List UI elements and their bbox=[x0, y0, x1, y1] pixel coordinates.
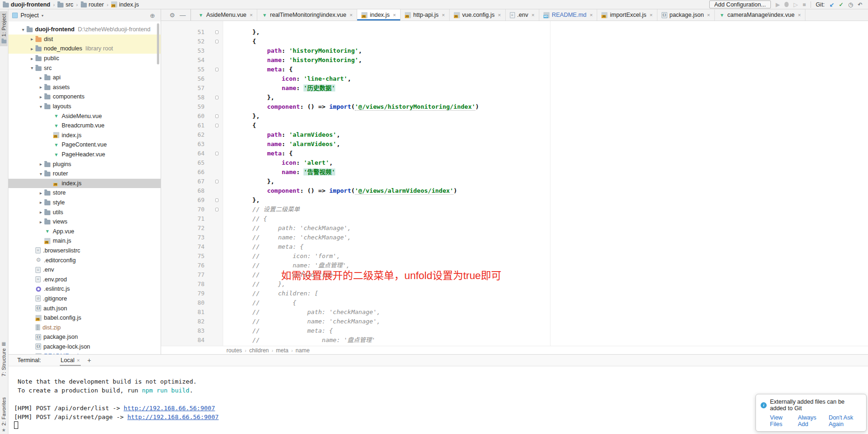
locate-file-icon[interactable]: ⊕ bbox=[148, 12, 157, 19]
gear-icon[interactable]: ⚙ bbox=[169, 12, 175, 19]
tree-chevron-icon[interactable]: ▸ bbox=[28, 36, 35, 42]
tree-item-api[interactable]: ▸api bbox=[8, 73, 161, 83]
tree-item-dist-zip[interactable]: dist.zip bbox=[8, 322, 161, 332]
editor-tab-readme-md[interactable]: README.md× bbox=[539, 9, 598, 21]
line-number[interactable]: 80 bbox=[198, 298, 212, 308]
tree-item-package-lock-json[interactable]: {}package-lock.json bbox=[8, 342, 161, 352]
line-number[interactable]: 82 bbox=[198, 317, 212, 326]
close-icon[interactable]: × bbox=[442, 12, 445, 18]
tree-item-index-js[interactable]: index.js bbox=[8, 131, 161, 140]
tree-chevron-icon[interactable]: ▾ bbox=[37, 104, 44, 109]
line-number[interactable]: 77 bbox=[198, 270, 212, 280]
tree-chevron-icon[interactable]: ▸ bbox=[37, 219, 44, 224]
line-number[interactable]: 63 bbox=[198, 140, 212, 149]
line-number[interactable]: 73 bbox=[198, 233, 212, 242]
line-number[interactable]: 67 bbox=[198, 177, 212, 186]
line-number[interactable]: 69 bbox=[198, 196, 212, 205]
tree-item-views[interactable]: ▸views bbox=[8, 217, 161, 227]
editor-tab--env[interactable]: ≡.env× bbox=[506, 9, 539, 21]
terminal-link[interactable]: http://192.168.66.56:9007 bbox=[124, 405, 215, 412]
tree-chevron-icon[interactable]: ▸ bbox=[28, 56, 35, 61]
chevron-down-icon[interactable]: ▾ bbox=[42, 14, 43, 18]
editor-tab-vue-config-js[interactable]: vue.config.js× bbox=[450, 9, 506, 21]
editor-breadcrumb-item[interactable]: meta bbox=[276, 347, 289, 354]
tree-item--browserslistrc[interactable]: ≡.browserslistrc bbox=[8, 246, 161, 256]
line-number[interactable]: 64 bbox=[198, 149, 212, 158]
terminal-tab-local[interactable]: Local × bbox=[60, 355, 81, 366]
tree-item-plugins[interactable]: ▸plugins bbox=[8, 159, 161, 169]
line-number[interactable]: 81 bbox=[198, 308, 212, 317]
hide-panel-icon[interactable]: — bbox=[180, 12, 186, 19]
new-terminal-session-icon[interactable]: + bbox=[87, 357, 91, 364]
tree-chevron-icon[interactable]: ▸ bbox=[37, 200, 44, 205]
tree-item-dist[interactable]: ▸dist bbox=[8, 35, 161, 44]
close-icon[interactable]: × bbox=[590, 12, 593, 18]
tree-chevron-icon[interactable]: ▸ bbox=[28, 46, 35, 51]
editor-breadcrumb-item[interactable]: children bbox=[249, 347, 269, 354]
line-number[interactable]: 58 bbox=[198, 93, 212, 102]
editor-tab-index-js[interactable]: index.js× bbox=[357, 9, 401, 21]
close-icon[interactable]: × bbox=[498, 12, 501, 18]
close-icon[interactable]: × bbox=[649, 12, 652, 18]
notification-action-always-add[interactable]: Always Add bbox=[798, 414, 822, 427]
tree-item--editorconfig[interactable]: ⚙.editorconfig bbox=[8, 255, 161, 265]
terminal-link[interactable]: http://192.168.66.56:9007 bbox=[127, 413, 219, 420]
editor-breadcrumb-item[interactable]: routes bbox=[226, 347, 242, 354]
line-number[interactable]: 83 bbox=[198, 326, 212, 336]
fold-marker-icon[interactable] bbox=[215, 180, 219, 183]
breadcrumb-item[interactable]: duoji-frontend bbox=[3, 1, 50, 8]
tree-chevron-icon[interactable]: ▸ bbox=[37, 84, 44, 90]
tree-item-style[interactable]: ▸style bbox=[8, 198, 161, 208]
tool-window-button-favorites[interactable]: 2: Favorites ★ bbox=[0, 395, 7, 434]
tree-item--env-prod[interactable]: ≡.env.prod bbox=[8, 274, 161, 284]
tree-chevron-icon[interactable]: ▸ bbox=[37, 75, 44, 80]
close-icon[interactable]: × bbox=[531, 12, 534, 18]
close-icon[interactable]: × bbox=[77, 357, 80, 363]
notification-action-view-files[interactable]: View Files bbox=[770, 414, 791, 427]
line-number[interactable]: 55 bbox=[198, 65, 212, 74]
close-icon[interactable]: × bbox=[250, 12, 253, 18]
line-number[interactable]: 53 bbox=[198, 46, 212, 56]
fold-marker-icon[interactable] bbox=[215, 30, 219, 34]
line-number[interactable]: 84 bbox=[198, 336, 212, 345]
line-number[interactable]: 71 bbox=[198, 214, 212, 224]
fold-marker-icon[interactable] bbox=[215, 152, 219, 155]
tree-item-src[interactable]: ▾src bbox=[8, 63, 161, 73]
project-panel-title[interactable]: Project bbox=[21, 12, 39, 19]
line-number[interactable]: 78 bbox=[198, 280, 212, 289]
fold-marker-icon[interactable] bbox=[215, 40, 219, 43]
tool-window-button-project[interactable]: 1: Project bbox=[0, 11, 7, 46]
line-number[interactable]: 62 bbox=[198, 130, 212, 140]
terminal-output[interactable]: Note that the development build is not o… bbox=[8, 366, 868, 430]
line-number[interactable]: 52 bbox=[198, 37, 212, 46]
line-number[interactable]: 56 bbox=[198, 74, 212, 84]
tree-item-auth-json[interactable]: {}auth.json bbox=[8, 303, 161, 313]
tree-item-duoji-frontend[interactable]: ▾duoji-frontendD:\zheheWeb\duoji-fronten… bbox=[8, 25, 161, 35]
git-history-icon[interactable]: ◷ bbox=[848, 1, 853, 8]
line-number[interactable]: 74 bbox=[198, 242, 212, 252]
tree-item-babel-config-js[interactable]: babel.config.js bbox=[8, 313, 161, 323]
git-commit-icon[interactable]: ✓ bbox=[839, 1, 843, 8]
breadcrumb-item[interactable]: index.js bbox=[111, 1, 139, 8]
breadcrumb-item[interactable]: router bbox=[81, 1, 104, 8]
tree-item-public[interactable]: ▸public bbox=[8, 54, 161, 63]
fold-marker-icon[interactable] bbox=[215, 114, 219, 118]
add-configuration-button[interactable]: Add Configuration... bbox=[709, 0, 771, 8]
editor-tab-asidemenu-vue[interactable]: ▼AsideMenu.vue× bbox=[194, 9, 258, 21]
line-number[interactable]: 66 bbox=[198, 168, 212, 177]
close-icon[interactable]: × bbox=[798, 12, 801, 18]
tree-item-breadcrumb-vue[interactable]: ▼Breadcrumb.vue bbox=[8, 121, 161, 131]
close-icon[interactable]: × bbox=[393, 12, 396, 18]
tree-item-main-js[interactable]: main.js bbox=[8, 236, 161, 246]
tool-window-button-structure[interactable]: ▦ 7: Structure bbox=[0, 339, 7, 378]
tree-item-node-modules[interactable]: ▸node_moduleslibrary root bbox=[8, 44, 161, 54]
tree-chevron-icon[interactable]: ▾ bbox=[20, 27, 27, 32]
editor-tab-cameramanage-index-vue[interactable]: ▼cameraManage\index.vue× bbox=[715, 9, 805, 21]
breadcrumb-item[interactable]: src bbox=[57, 1, 73, 8]
line-number[interactable]: 70 bbox=[198, 205, 212, 214]
editor-tab-http-api-js[interactable]: http-api.js× bbox=[401, 9, 450, 21]
tree-scrollbar[interactable] bbox=[157, 23, 159, 64]
line-number[interactable]: 72 bbox=[198, 224, 212, 233]
line-number[interactable]: 65 bbox=[198, 158, 212, 168]
tree-chevron-icon[interactable]: ▾ bbox=[37, 171, 44, 176]
